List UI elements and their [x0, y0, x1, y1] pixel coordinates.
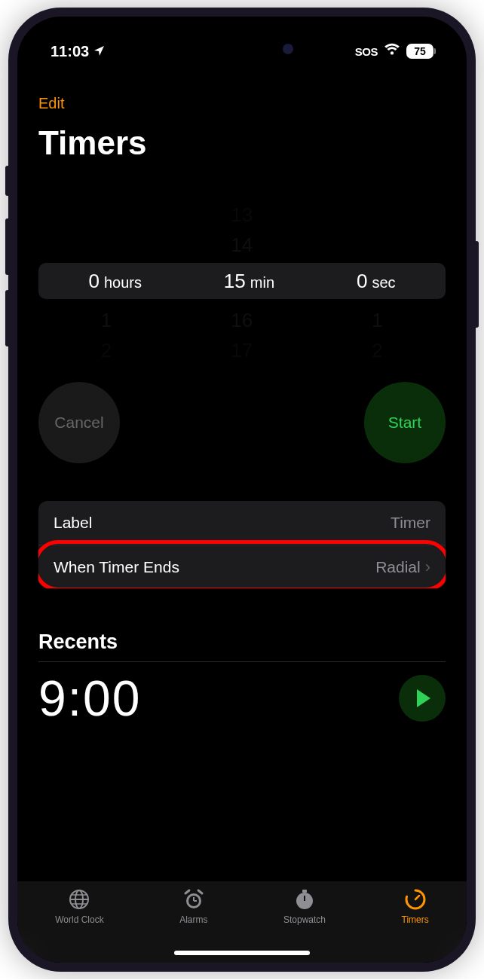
- start-button[interactable]: Start: [364, 382, 446, 463]
- picker-minutes[interactable]: 15 min: [224, 270, 274, 293]
- label-row-value: Timer: [391, 514, 430, 532]
- picker-min-option[interactable]: 13: [231, 200, 253, 230]
- label-row-title: Label: [54, 514, 92, 532]
- play-icon: [417, 689, 430, 707]
- ends-row-value: Radial: [375, 558, 421, 576]
- home-indicator[interactable]: [174, 951, 310, 955]
- globe-icon: [67, 887, 91, 911]
- recent-timer-row[interactable]: 9:00: [38, 670, 446, 727]
- screen: 11:03 SOS 75 Edit Timers: [17, 17, 467, 963]
- play-button[interactable]: [399, 675, 446, 722]
- recent-time: 9:00: [38, 670, 141, 727]
- power-button: [474, 241, 479, 328]
- tab-label: Stopwatch: [283, 914, 326, 925]
- tab-timers[interactable]: Timers: [402, 887, 429, 963]
- timer-icon: [403, 887, 427, 911]
- cancel-button[interactable]: Cancel: [38, 382, 120, 463]
- camera-dot: [283, 44, 293, 54]
- ends-row-title: When Timer Ends: [54, 558, 179, 576]
- volume-down-button: [5, 290, 10, 347]
- svg-rect-12: [302, 890, 307, 893]
- alarm-clock-icon: [182, 887, 206, 911]
- picker-hours[interactable]: 0 hours: [88, 270, 142, 293]
- edit-button[interactable]: Edit: [38, 95, 64, 112]
- page-title: Timers: [38, 124, 446, 162]
- battery-indicator: 75: [406, 44, 433, 59]
- chevron-right-icon: ›: [425, 557, 430, 577]
- picker-hr-option[interactable]: 3: [101, 365, 112, 373]
- picker-hr-option[interactable]: 1: [101, 305, 112, 335]
- picker-min-option[interactable]: 18: [231, 365, 253, 373]
- tab-label: World Clock: [55, 914, 103, 925]
- svg-line-9: [185, 890, 189, 893]
- when-timer-ends-row[interactable]: When Timer Ends Radial ›: [38, 545, 446, 588]
- dynamic-island: [182, 33, 302, 65]
- recents-title: Recents: [38, 630, 446, 654]
- volume-up-button: [5, 218, 10, 275]
- sos-indicator: SOS: [355, 45, 378, 58]
- settings-group: Label Timer When Timer Ends Radial ›: [38, 501, 446, 588]
- wifi-icon: [384, 43, 400, 60]
- picker-selection-row: 0 hours 15 min 0 sec: [38, 263, 446, 299]
- picker-sec-option[interactable]: 2: [372, 335, 382, 365]
- time-picker[interactable]: 12 13 14 0 hours 15 min 0: [38, 200, 446, 373]
- mute-switch: [5, 166, 10, 196]
- stopwatch-icon: [293, 887, 317, 911]
- picker-sec-option[interactable]: 3: [372, 365, 382, 373]
- tab-world-clock[interactable]: World Clock: [55, 887, 103, 963]
- svg-line-15: [415, 896, 419, 899]
- picker-min-option[interactable]: 17: [231, 335, 253, 365]
- picker-seconds[interactable]: 0 sec: [357, 270, 396, 293]
- tab-label: Alarms: [179, 914, 207, 925]
- tab-label: Timers: [402, 914, 429, 925]
- phone-frame: 11:03 SOS 75 Edit Timers: [8, 8, 476, 972]
- picker-min-option[interactable]: 14: [231, 230, 253, 260]
- picker-min-option[interactable]: 16: [231, 305, 253, 335]
- picker-hr-option[interactable]: 2: [101, 335, 112, 365]
- divider: [38, 661, 446, 662]
- location-icon: [93, 43, 106, 60]
- battery-level: 75: [414, 45, 426, 57]
- label-row[interactable]: Label Timer: [38, 501, 446, 545]
- picker-sec-option[interactable]: 1: [372, 305, 382, 335]
- status-time: 11:03: [51, 43, 89, 60]
- svg-line-10: [198, 890, 202, 893]
